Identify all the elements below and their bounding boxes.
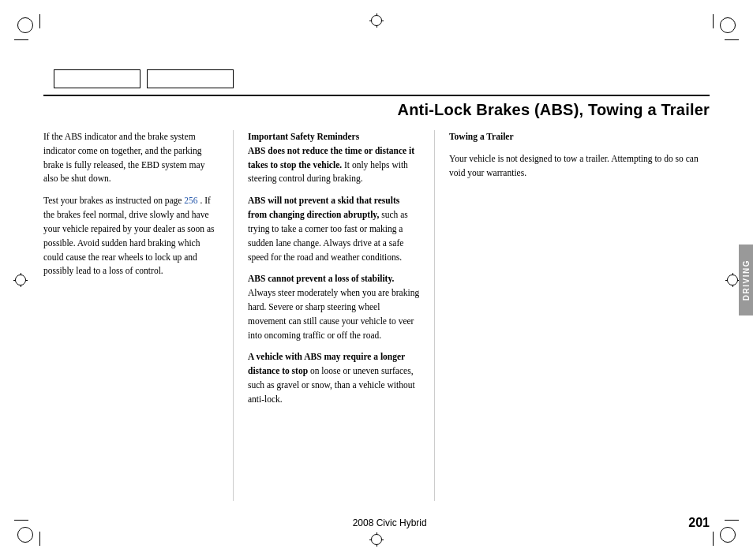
tab-area — [54, 69, 234, 88]
mid-para-2: ABS will not prevent a skid that results… — [248, 194, 420, 264]
corner-mark-bl — [17, 521, 39, 543]
left-para-2-suffix: . If the brakes feel normal, drive slowl… — [43, 196, 215, 275]
right-para-1: Your vehicle is not designed to tow a tr… — [449, 152, 710, 181]
mid-para-4: A vehicle with ABS may require a longer … — [248, 350, 420, 406]
col-left: If the ABS indicator and the brake syste… — [43, 130, 233, 501]
page-title: Anti-Lock Brakes (ABS), Towing a Trailer — [43, 101, 710, 119]
mid-para-heading: Important Safety Reminders ABS does not … — [248, 130, 420, 186]
footer-page-number: 201 — [688, 516, 710, 530]
footer-title: 2008 Civic Hybrid — [353, 517, 427, 528]
page-link-256[interactable]: 256 — [184, 196, 197, 205]
corner-mark-tr — [714, 17, 736, 39]
footer-center: 2008 Civic Hybrid — [91, 517, 688, 528]
col-right: Towing a Trailer Your vehicle is not des… — [434, 130, 710, 501]
left-para-2-prefix: Test your brakes as instructed on page — [43, 196, 184, 205]
mid-para-3: ABS cannot prevent a loss of stability. … — [248, 272, 420, 342]
page-title-area: Anti-Lock Brakes (ABS), Towing a Trailer — [43, 95, 710, 119]
mid-para-3-bold: ABS cannot prevent a loss of stability. — [248, 274, 394, 283]
mid-heading-1: Important Safety Reminders — [248, 132, 359, 141]
tab-button-2[interactable] — [147, 69, 234, 88]
left-para-2: Test your brakes as instructed on page 2… — [43, 194, 217, 278]
mid-para-3-rest: Always steer moderately when you are bra… — [248, 288, 419, 339]
side-tab-label: Driving — [742, 259, 751, 301]
mid-para-2-bold: ABS will not prevent a skid that results… — [248, 196, 399, 219]
content-area: If the ABS indicator and the brake syste… — [43, 130, 710, 501]
page: Anti-Lock Brakes (ABS), Towing a Trailer… — [0, 0, 753, 560]
tab-button-1[interactable] — [54, 69, 140, 88]
col-mid: Important Safety Reminders ABS does not … — [233, 130, 434, 501]
right-heading: Towing a Trailer — [449, 130, 710, 144]
driving-side-tab: Driving — [739, 245, 753, 315]
footer: 2008 Civic Hybrid 201 — [43, 516, 710, 530]
left-para-1: If the ABS indicator and the brake syste… — [43, 130, 217, 186]
corner-mark-br — [714, 521, 736, 543]
right-section-heading: Towing a Trailer — [449, 132, 514, 141]
corner-mark-tl — [17, 17, 39, 39]
